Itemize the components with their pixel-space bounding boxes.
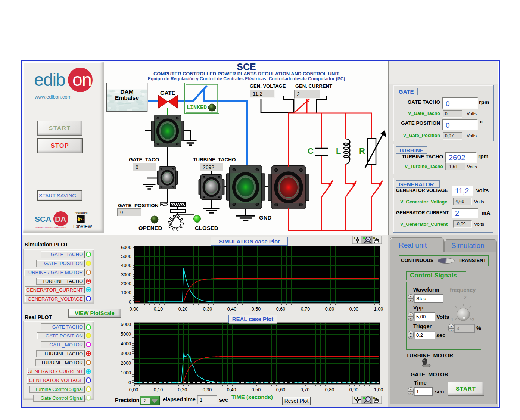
svg-text:GND: GND bbox=[259, 214, 272, 221]
svg-text:C: C bbox=[308, 146, 314, 156]
svg-text:R: R bbox=[359, 146, 365, 156]
svg-text:L: L bbox=[336, 146, 341, 156]
